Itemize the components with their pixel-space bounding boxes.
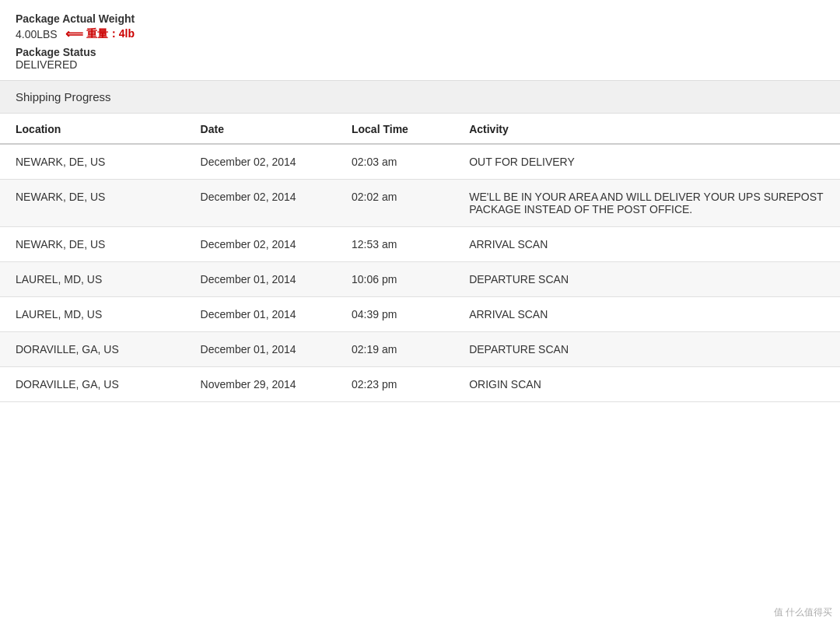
cell-location: NEWARK, DE, US <box>0 144 185 180</box>
weight-row: 4.00LBS ⟸ 重量：4lb <box>16 26 824 41</box>
status-label: Package Status <box>16 46 824 58</box>
table-row: NEWARK, DE, USDecember 02, 201412:53 amA… <box>0 227 840 262</box>
weight-annotation: ⟸ 重量：4lb <box>65 26 135 41</box>
cell-activity: DEPARTURE SCAN <box>453 262 840 297</box>
cell-location: LAUREL, MD, US <box>0 262 185 297</box>
cell-activity: ORIGIN SCAN <box>453 367 840 402</box>
cell-time: 02:23 pm <box>336 367 453 402</box>
weight-value: 4.00LBS <box>16 28 58 40</box>
table-row: DORAVILLE, GA, USNovember 29, 201402:23 … <box>0 367 840 402</box>
arrow-icon: ⟸ <box>65 26 83 41</box>
cell-activity: DEPARTURE SCAN <box>453 332 840 367</box>
cell-time: 02:19 am <box>336 332 453 367</box>
cell-date: December 01, 2014 <box>185 297 336 332</box>
cell-location: LAUREL, MD, US <box>0 297 185 332</box>
shipping-table: Location Date Local Time Activity NEWARK… <box>0 114 840 402</box>
cell-time: 04:39 pm <box>336 297 453 332</box>
cell-time: 10:06 pm <box>336 262 453 297</box>
table-row: LAUREL, MD, USDecember 01, 201404:39 pmA… <box>0 297 840 332</box>
weight-label: Package Actual Weight <box>16 12 824 25</box>
cell-activity: ARRIVAL SCAN <box>453 227 840 262</box>
table-row: NEWARK, DE, USDecember 02, 201402:03 amO… <box>0 144 840 180</box>
cell-date: December 02, 2014 <box>185 144 336 180</box>
status-value: DELIVERED <box>16 58 824 71</box>
column-header-location: Location <box>0 114 185 144</box>
package-info: Package Actual Weight 4.00LBS ⟸ 重量：4lb P… <box>0 0 840 80</box>
table-row: LAUREL, MD, USDecember 01, 201410:06 pmD… <box>0 262 840 297</box>
section-title: Shipping Progress <box>16 90 111 103</box>
column-header-local-time: Local Time <box>336 114 453 144</box>
cell-location: NEWARK, DE, US <box>0 227 185 262</box>
weight-annotation-text: 重量：4lb <box>86 27 135 41</box>
cell-location: DORAVILLE, GA, US <box>0 367 185 402</box>
cell-location: NEWARK, DE, US <box>0 180 185 227</box>
table-row: DORAVILLE, GA, USDecember 01, 201402:19 … <box>0 332 840 367</box>
cell-time: 02:02 am <box>336 180 453 227</box>
cell-date: December 01, 2014 <box>185 332 336 367</box>
cell-time: 12:53 am <box>336 227 453 262</box>
cell-date: December 02, 2014 <box>185 227 336 262</box>
column-header-activity: Activity <box>453 114 840 144</box>
cell-time: 02:03 am <box>336 144 453 180</box>
cell-date: December 01, 2014 <box>185 262 336 297</box>
cell-date: November 29, 2014 <box>185 367 336 402</box>
cell-date: December 02, 2014 <box>185 180 336 227</box>
shipping-progress-header: Shipping Progress <box>0 80 840 114</box>
cell-activity: OUT FOR DELIVERY <box>453 144 840 180</box>
table-row: NEWARK, DE, USDecember 02, 201402:02 amW… <box>0 180 840 227</box>
column-header-date: Date <box>185 114 336 144</box>
cell-activity: WE'LL BE IN YOUR AREA AND WILL DELIVER Y… <box>453 180 840 227</box>
cell-activity: ARRIVAL SCAN <box>453 297 840 332</box>
table-header-row: Location Date Local Time Activity <box>0 114 840 144</box>
cell-location: DORAVILLE, GA, US <box>0 332 185 367</box>
